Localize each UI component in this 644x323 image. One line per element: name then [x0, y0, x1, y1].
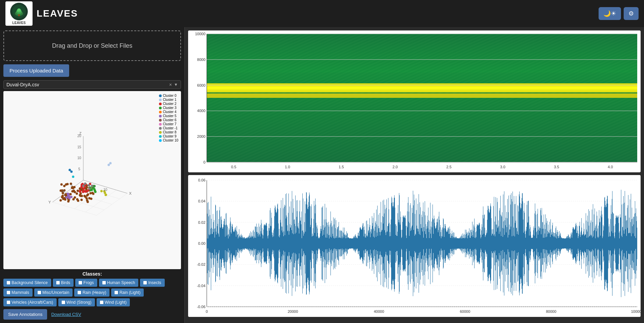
classes-label: Classes: [3, 271, 181, 277]
svg-point-4 [17, 8, 21, 11]
legend-item: Cluster 5 [159, 114, 178, 118]
class-button-icon [56, 281, 60, 284]
legend-dot [159, 119, 162, 122]
spectrogram-canvas [188, 30, 641, 172]
class-button-wind-(light)[interactable]: Wind (Light) [97, 298, 130, 306]
legend-label: Cluster 7 [163, 122, 176, 126]
class-button-icon [38, 291, 41, 294]
legend-label: Cluster 3 [163, 106, 176, 110]
legend-label: Cluster 2 [163, 102, 176, 106]
save-annotations-button[interactable]: Save Annotations [3, 309, 47, 320]
class-button-icon [102, 281, 106, 284]
legend-dot [159, 135, 162, 138]
header: LEAVES LEAVES 🌙☀ ⚙ [0, 0, 644, 27]
legend-label: Cluster -1 [163, 126, 177, 130]
legend-dot [159, 139, 162, 142]
drop-zone[interactable]: Drag and Drop or Select Files [3, 30, 181, 61]
class-button-icon [7, 301, 10, 304]
legend-dot [159, 107, 162, 109]
class-button-icon [115, 291, 118, 294]
legend-item: Cluster 3 [159, 106, 178, 110]
waveform-canvas [188, 175, 641, 317]
svg-rect-5 [18, 14, 20, 16]
main-container: Drag and Drop or Select Files Process Up… [0, 27, 644, 323]
header-right: 🌙☀ ⚙ [599, 7, 639, 20]
legend-item: Cluster 8 [159, 130, 178, 134]
spectrogram-wrapper [188, 30, 641, 172]
legend-item: Cluster 4 [159, 110, 178, 114]
logo-box: LEAVES [5, 1, 33, 26]
legend-dot [159, 99, 162, 101]
file-name-label: Duval-DryA.csv [6, 82, 169, 87]
legend-label: Cluster 6 [163, 118, 176, 122]
legend-dot [159, 94, 162, 97]
legend-label: Cluster 0 [163, 94, 176, 98]
legend-dot [159, 123, 162, 126]
class-button-rain-(heavy)[interactable]: Rain (Heavy) [74, 288, 109, 297]
legend-item: Cluster 1 [159, 98, 178, 102]
logo-icon [10, 3, 28, 20]
class-buttons-container: Background SilenceBirdsFrogsHuman Speech… [3, 279, 181, 306]
scatter-plot-container: Cluster 0Cluster 1Cluster 2Cluster 3Clus… [3, 91, 181, 269]
process-uploaded-data-button[interactable]: Process Uploaded Data [3, 64, 69, 77]
legend-label: Cluster 8 [163, 130, 176, 134]
class-button-birds[interactable]: Birds [53, 279, 74, 287]
class-button-frogs[interactable]: Frogs [75, 279, 97, 287]
waveform-wrapper [188, 175, 641, 317]
legend-label: Cluster 10 [163, 138, 178, 142]
class-button-icon [79, 281, 82, 284]
right-panel [185, 27, 644, 323]
legend-label: Cluster 5 [163, 114, 176, 118]
legend-item: Cluster 7 [159, 122, 178, 126]
legend-dot [159, 103, 162, 105]
class-button-wind-(strong)[interactable]: Wind (Strong) [58, 298, 95, 306]
class-button-icon [7, 281, 10, 284]
legend-dot [159, 111, 162, 113]
class-button-icon [62, 301, 65, 304]
class-button-icon [100, 301, 103, 304]
legend-item: Cluster 0 [159, 94, 178, 98]
download-csv-link[interactable]: Download CSV [51, 312, 81, 317]
scatter-legend: Cluster 0Cluster 1Cluster 2Cluster 3Clus… [159, 94, 178, 143]
legend-item: Cluster 10 [159, 138, 178, 142]
class-button-icon [78, 291, 81, 294]
class-button-rain-(light)[interactable]: Rain (Light) [111, 288, 144, 297]
file-selector-bar: Duval-DryA.csv × ▼ [3, 80, 181, 89]
drop-zone-text: Drag and Drop or Select Files [52, 42, 132, 49]
legend-dot [159, 127, 162, 130]
legend-item: Cluster 2 [159, 102, 178, 106]
file-clear-button[interactable]: × [169, 82, 172, 87]
file-dropdown-arrow-icon[interactable]: ▼ [174, 82, 178, 87]
legend-item: Cluster 6 [159, 118, 178, 122]
legend-dot [159, 115, 162, 117]
legend-label: Cluster 4 [163, 110, 176, 114]
legend-label: Cluster 9 [163, 134, 176, 138]
class-button-insects[interactable]: Insects [140, 279, 164, 287]
theme-toggle-button[interactable]: 🌙☀ [599, 7, 621, 20]
class-button-human-speech[interactable]: Human Speech [99, 279, 139, 287]
app-title: LEAVES [37, 8, 78, 19]
bottom-actions: Save Annotations Download CSV [3, 309, 181, 320]
left-panel: Drag and Drop or Select Files Process Up… [0, 27, 185, 323]
logo-text: LEAVES [12, 21, 25, 25]
class-button-vehicles-(aircraft/cars)[interactable]: Vehicles (Aircraft/Cars) [3, 298, 57, 306]
class-button-misc/uncertain[interactable]: Misc/Uncertain [34, 288, 73, 297]
settings-button[interactable]: ⚙ [624, 7, 639, 20]
class-button-mammals[interactable]: Mammals [3, 288, 33, 297]
class-button-icon [7, 291, 10, 294]
class-button-background-silence[interactable]: Background Silence [3, 279, 51, 287]
legend-label: Cluster 1 [163, 98, 176, 102]
legend-dot [159, 131, 162, 134]
legend-item: Cluster -1 [159, 126, 178, 130]
class-button-icon [143, 281, 147, 284]
legend-item: Cluster 9 [159, 134, 178, 138]
scatter-plot-canvas [3, 91, 181, 269]
